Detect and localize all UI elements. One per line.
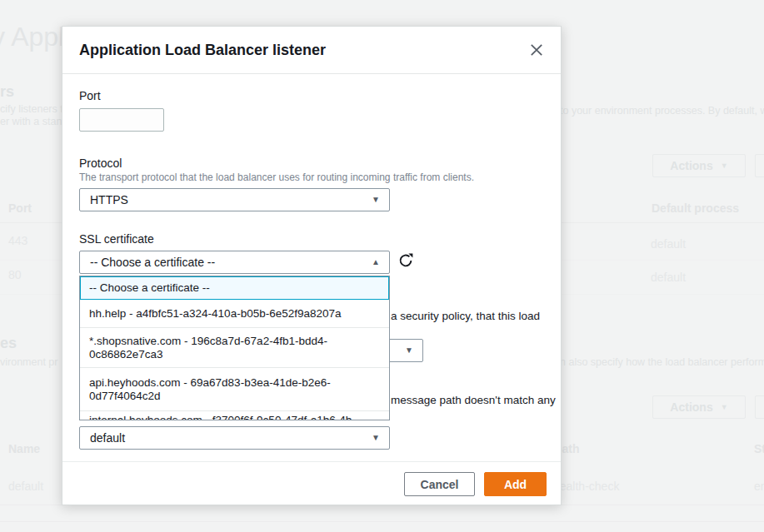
caret-up-icon: ▲ bbox=[372, 257, 380, 266]
bg-page-title-fragment: y Appl bbox=[0, 22, 64, 52]
bg-processes-desc-right: n also specify how the load balancer per… bbox=[560, 356, 764, 368]
bg-actions-button-listeners: Actions ▼ bbox=[652, 154, 746, 177]
bg-actions-button-processes: Actions ▼ bbox=[652, 395, 746, 419]
port-label: Port bbox=[79, 89, 101, 102]
certificate-option-hh-help[interactable]: hh.help - a4fbfc51-a324-410a-b05b-6e52f9… bbox=[80, 300, 389, 328]
default-process-select[interactable]: default ▼ bbox=[79, 426, 390, 450]
caret-down-icon: ▼ bbox=[405, 346, 413, 355]
bg-col-port: Port bbox=[8, 201, 32, 215]
modal-header: Application Load Balancer listener bbox=[62, 27, 561, 74]
bg-row-process-2: default bbox=[651, 271, 686, 284]
bg-row-path-healthcheck: health-check bbox=[553, 480, 619, 493]
bg-col-default-process: Default process bbox=[652, 201, 739, 215]
bg-partial-button bbox=[755, 154, 764, 177]
alb-listener-modal: Application Load Balancer listener Port … bbox=[62, 26, 562, 505]
protocol-select[interactable]: HTTPS ▼ bbox=[79, 188, 390, 211]
certificate-option-placeholder[interactable]: -- Choose a certificate -- bbox=[80, 276, 389, 300]
bg-listeners-heading-fragment: rs bbox=[0, 83, 14, 101]
bg-row-name-default: default bbox=[8, 480, 43, 493]
refresh-icon[interactable] bbox=[397, 252, 414, 269]
bg-actions-label: Actions bbox=[670, 159, 712, 172]
app-window: y Appl rs cify listeners t er with a sta… bbox=[0, 0, 764, 532]
ssl-select-value: -- Choose a certificate -- bbox=[90, 256, 215, 269]
protocol-description: The transport protocol that the load bal… bbox=[79, 172, 474, 183]
default-process-text-fragment: message path doesn't match any bbox=[391, 394, 556, 406]
close-icon[interactable] bbox=[529, 42, 544, 57]
modal-title: Application Load Balancer listener bbox=[79, 42, 326, 59]
ssl-certificate-dropdown: -- Choose a certificate -- hh.help - a4f… bbox=[79, 276, 390, 420]
bg-row-port-443: 443 bbox=[8, 234, 27, 247]
ssl-certificate-select[interactable]: -- Choose a certificate -- ▲ bbox=[79, 251, 390, 274]
bg-row-process-1: default bbox=[651, 237, 686, 251]
port-input[interactable] bbox=[79, 108, 164, 132]
security-policy-text-fragment: a security policy, that this load bbox=[391, 310, 540, 322]
footer-divider bbox=[62, 461, 561, 462]
caret-down-icon: ▼ bbox=[372, 433, 380, 442]
caret-down-icon: ▼ bbox=[721, 403, 728, 411]
protocol-label: Protocol bbox=[79, 157, 122, 170]
certificate-option-heyhoods[interactable]: api.heyhoods.com - 69a67d83-b3ea-41de-b2… bbox=[80, 368, 389, 411]
bg-listeners-desc-line2: er with a stan bbox=[0, 116, 62, 127]
default-process-select-value: default bbox=[90, 431, 125, 445]
certificate-option-clipped[interactable]: internal.heyhoods.com - f3700f6f-9c50-47… bbox=[80, 411, 389, 420]
bg-processes-heading-fragment: es bbox=[0, 335, 17, 352]
caret-down-icon: ▼ bbox=[372, 195, 380, 204]
bg-col-name: Name bbox=[8, 442, 40, 455]
bg-actions-label: Actions bbox=[670, 400, 712, 414]
caret-down-icon: ▼ bbox=[721, 162, 728, 170]
bg-listeners-desc-line1: cify listeners t bbox=[0, 103, 62, 115]
bg-row-status: en bbox=[754, 480, 764, 493]
bg-row-port-80: 80 bbox=[8, 268, 22, 281]
cancel-button[interactable]: Cancel bbox=[404, 472, 475, 496]
certificate-option-shopsnative[interactable]: *.shopsnative.com - 196c8a7d-67a2-4fb1-b… bbox=[80, 328, 389, 368]
bg-processes-desc-left: vironment pr bbox=[0, 356, 62, 368]
ssl-certificate-label: SSL certificate bbox=[79, 232, 154, 246]
bg-listeners-desc-right: to your environment processes. By defaul… bbox=[560, 105, 764, 117]
bg-partial-button bbox=[755, 395, 764, 419]
protocol-select-value: HTTPS bbox=[90, 193, 128, 206]
bg-col-status: St bbox=[754, 442, 764, 455]
add-button[interactable]: Add bbox=[484, 472, 547, 496]
